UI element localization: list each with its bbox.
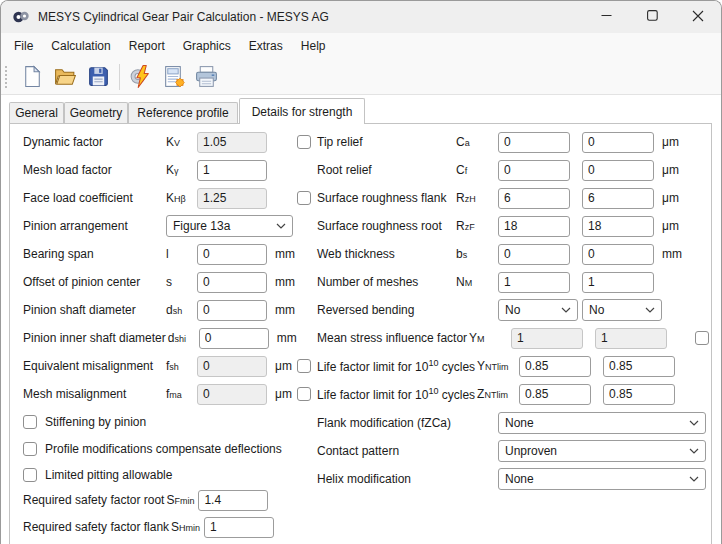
row-root-relief: Root reliefCfμm [297,159,709,181]
row-reversed-bending: Reversed bendingNoNo [297,299,709,321]
unit-label: μm [662,219,679,233]
tip-relief-checkbox[interactable] [297,135,311,149]
number-of-meshes-input-1[interactable] [498,272,570,293]
dynamic-factor-input [197,132,267,153]
root-relief-input-1[interactable] [498,160,570,181]
life-factor-limit-z-input-1[interactable] [519,384,591,405]
unit-label: mm [277,331,297,345]
reversed-bending-select-2[interactable]: No [582,299,662,321]
symbol-label: bs [456,247,492,261]
required-safety-factor-flank-input[interactable] [204,517,274,538]
symbol-label: ZNTlim [477,387,513,401]
mesh-misalignment-label: Mesh misalignment [23,387,166,401]
unit-label: μm [662,191,679,205]
life-factor-limit-y-input-1[interactable] [519,356,591,377]
row-number-of-meshes: Number of meshesNM [297,271,709,293]
contact-pattern-select[interactable]: Unproven [498,440,706,462]
symbol-label: dsh [166,303,193,317]
tab-geometry[interactable]: Geometry [64,102,128,123]
web-thickness-label: Web thickness [317,247,456,261]
pinion-arrangement-select[interactable]: Figure 13a [166,215,293,237]
row-profile-modifications-compensate-deflections: Profile modifications compensate deflect… [23,438,282,460]
symbol-label: RzF [456,219,492,233]
mesh-misalignment-input [197,384,267,405]
offset-of-pinion-center-label: Offset of pinion center [23,275,166,289]
chevron-down-icon [689,476,699,482]
row-face-load-coefficient: Face load coefficientKHβ [23,187,267,209]
profile-modifications-compensate-deflections-checkbox[interactable] [23,442,37,456]
life-factor-limit-z-checkbox[interactable] [297,387,311,401]
chevron-down-icon [645,307,655,313]
mean-stress-influence-factor-override-checkbox[interactable] [695,331,709,345]
row-required-safety-factor-root: Required safety factor rootSFmin [23,489,268,511]
surface-roughness-flank-checkbox[interactable] [297,191,311,205]
pinion-inner-shaft-diameter-input[interactable] [199,328,269,349]
pinion-shaft-diameter-input[interactable] [197,300,267,321]
unit-label: μm [662,135,679,149]
chevron-down-icon [689,448,699,454]
mesh-load-factor-input[interactable] [197,160,267,181]
mean-stress-influence-factor-label: Mean stress influence factor [317,331,469,345]
chevron-down-icon [276,223,286,229]
pinion-shaft-diameter-label: Pinion shaft diameter [23,303,166,317]
unit-label: mm [275,303,295,317]
mean-stress-influence-factor-input-1 [511,328,583,349]
root-relief-input-2[interactable] [582,160,654,181]
row-surface-roughness-root: Surface roughness rootRzFμm [297,215,709,237]
surface-roughness-root-input-1[interactable] [498,216,570,237]
life-factor-limit-z-input-2[interactable] [603,384,675,405]
tip-relief-label: Tip relief [317,135,456,149]
equivalent-misalignment-label: Equivalent misalignment [23,359,166,373]
limited-pitting-allowable-checkbox[interactable] [23,468,37,482]
symbol-label: RzH [456,191,492,205]
tab-strip: GeneralGeometryReference profileDetails … [1,98,721,124]
face-load-coefficient-label: Face load coefficient [23,191,166,205]
symbol-label: NM [456,275,492,289]
row-required-safety-factor-flank: Required safety factor flankSHmin [23,516,274,538]
number-of-meshes-input-2[interactable] [582,272,654,293]
limited-pitting-allowable-label: Limited pitting allowable [45,468,172,482]
stiffening-by-pinion-checkbox[interactable] [23,415,37,429]
helix-modification-label: Helix modification [317,472,456,486]
row-limited-pitting-allowable: Limited pitting allowable [23,464,172,486]
surface-roughness-root-input-2[interactable] [582,216,654,237]
row-web-thickness: Web thicknessbsmm [297,243,709,265]
tab-general[interactable]: General [9,102,64,123]
number-of-meshes-label: Number of meshes [317,275,456,289]
row-life-factor-limit-y: Life factor limit for 1010 cyclesYNTlim [297,355,709,377]
pinion-inner-shaft-diameter-label: Pinion inner shaft diameter [23,331,168,345]
row-equivalent-misalignment: Equivalent misalignmentfshμm [23,355,292,377]
symbol-label: fsh [166,359,193,373]
life-factor-limit-y-input-2[interactable] [603,356,675,377]
symbol-label: dshi [168,331,195,345]
surface-roughness-root-label: Surface roughness root [317,219,456,233]
offset-of-pinion-center-input[interactable] [197,272,267,293]
bearing-span-label: Bearing span [23,247,166,261]
row-pinion-inner-shaft-diameter: Pinion inner shaft diameterdshimm [23,327,297,349]
surface-roughness-flank-input-1[interactable] [498,188,570,209]
web-thickness-input-1[interactable] [498,244,570,265]
unit-label: mm [662,247,682,261]
bearing-span-input[interactable] [197,244,267,265]
web-thickness-input-2[interactable] [582,244,654,265]
flank-modification-fzca-label: Flank modification (fZCa) [317,416,456,430]
row-helix-modification: Helix modificationNone [297,468,709,490]
tip-relief-input-2[interactable] [582,132,654,153]
surface-roughness-flank-input-2[interactable] [582,188,654,209]
unit-label: mm [275,275,295,289]
symbol-label: s [166,275,193,289]
row-offset-of-pinion-center: Offset of pinion centersmm [23,271,295,293]
row-life-factor-limit-z: Life factor limit for 1010 cyclesZNTlim [297,383,709,405]
reversed-bending-select-1[interactable]: No [498,299,578,321]
row-tip-relief: Tip reliefCaμm [297,131,709,153]
symbol-label: KHβ [166,191,193,205]
required-safety-factor-root-input[interactable] [198,490,268,511]
mean-stress-influence-factor-input-2 [595,328,667,349]
tab-reference-profile[interactable]: Reference profile [128,102,238,123]
life-factor-limit-y-checkbox[interactable] [297,359,311,373]
stiffening-by-pinion-label: Stiffening by pinion [45,415,146,429]
flank-modification-fzca-select[interactable]: None [498,412,706,434]
tab-details-for-strength[interactable]: Details for strength [239,98,365,124]
helix-modification-select[interactable]: None [498,468,706,490]
tip-relief-input-1[interactable] [498,132,570,153]
